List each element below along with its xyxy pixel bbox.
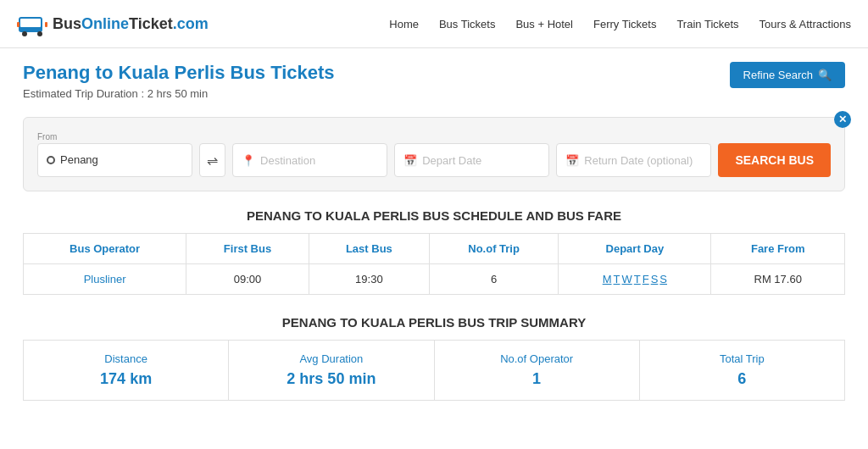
col-last-bus: Last Bus bbox=[309, 234, 429, 264]
col-first-bus: First Bus bbox=[186, 234, 309, 264]
nav-tours-attractions[interactable]: Tours & Attractions bbox=[760, 18, 851, 30]
nav-train-tickets[interactable]: Train Tickets bbox=[676, 18, 738, 30]
origin-icon bbox=[47, 156, 55, 164]
depart-date-input[interactable]: 📅 Depart Date bbox=[394, 143, 549, 177]
nav-home[interactable]: Home bbox=[389, 18, 419, 30]
logo-text: BusOnlineTicket.com bbox=[53, 15, 209, 33]
operator-link[interactable]: Plusliner bbox=[84, 273, 126, 285]
summary-section-title: PENANG TO KUALA PERLIS BUS TRIP SUMMARY bbox=[23, 315, 845, 330]
svg-rect-4 bbox=[17, 22, 19, 27]
from-field-group: From Penang bbox=[37, 132, 192, 177]
col-depart-day: Depart Day bbox=[559, 234, 711, 264]
summary-total-trip: Total Trip 6 bbox=[639, 341, 844, 401]
summary-table: Distance 174 km Avg Duration 2 hrs 50 mi… bbox=[23, 340, 845, 401]
from-input[interactable]: Penang bbox=[37, 143, 192, 177]
svg-point-2 bbox=[22, 31, 27, 36]
operator-value: 1 bbox=[445, 370, 629, 388]
distance-label: Distance bbox=[34, 352, 218, 365]
calendar-icon: 📅 bbox=[403, 154, 417, 167]
location-icon: 📍 bbox=[242, 154, 255, 167]
title-block: Penang to Kuala Perlis Bus Tickets Estim… bbox=[23, 62, 335, 114]
return-date-input[interactable]: 📅 Return Date (optional) bbox=[556, 143, 711, 177]
main-nav: Home Bus Tickets Bus + Hotel Ferry Ticke… bbox=[389, 18, 851, 30]
search-icon: 🔍 bbox=[818, 69, 832, 81]
refine-search-button[interactable]: Refine Search 🔍 bbox=[730, 62, 845, 88]
total-trip-label: Total Trip bbox=[650, 352, 834, 365]
destination-field-group: 📍 Destination bbox=[232, 131, 387, 177]
day-friday[interactable]: F bbox=[643, 273, 649, 285]
avg-duration-label: Avg Duration bbox=[239, 352, 423, 365]
col-fare-from: Fare From bbox=[711, 234, 845, 264]
swap-button[interactable]: ⇌ bbox=[199, 143, 225, 177]
logo-icon bbox=[17, 8, 47, 39]
summary-avg-duration: Avg Duration 2 hrs 50 min bbox=[229, 341, 434, 401]
search-box: ✕ From Penang ⇌ 📍 Destination bbox=[23, 117, 845, 191]
destination-placeholder: Destination bbox=[260, 154, 315, 167]
depart-days-container: M T W T F S S bbox=[569, 273, 700, 285]
schedule-thead: Bus Operator First Bus Last Bus No.of Tr… bbox=[24, 234, 845, 264]
from-label: From bbox=[37, 132, 192, 141]
page-title: Penang to Kuala Perlis Bus Tickets bbox=[23, 62, 335, 84]
return-placeholder: Return Date (optional) bbox=[584, 154, 693, 167]
swap-icon: ⇌ bbox=[207, 152, 218, 169]
svg-rect-1 bbox=[20, 19, 41, 27]
destination-input[interactable]: 📍 Destination bbox=[232, 143, 387, 177]
cell-last-bus: 19:30 bbox=[309, 264, 429, 295]
svg-point-3 bbox=[37, 31, 42, 36]
logo: BusOnlineTicket.com bbox=[17, 8, 209, 39]
trip-duration: Estimated Trip Duration : 2 hrs 50 min bbox=[23, 87, 335, 100]
summary-no-operator: No.of Operator 1 bbox=[434, 341, 639, 401]
cell-trips: 6 bbox=[429, 264, 558, 295]
title-row: Penang to Kuala Perlis Bus Tickets Estim… bbox=[23, 62, 845, 114]
schedule-table: Bus Operator First Bus Last Bus No.of Tr… bbox=[23, 233, 845, 295]
summary-row: Distance 174 km Avg Duration 2 hrs 50 mi… bbox=[24, 341, 845, 401]
header: BusOnlineTicket.com Home Bus Tickets Bus… bbox=[0, 0, 868, 48]
search-fields: From Penang ⇌ 📍 Destination � bbox=[37, 131, 831, 177]
cell-depart-days: M T W T F S S bbox=[559, 264, 711, 295]
close-button[interactable]: ✕ bbox=[834, 111, 851, 128]
search-bus-button[interactable]: SEARCH BUS bbox=[718, 143, 831, 177]
day-thursday[interactable]: T bbox=[634, 273, 641, 285]
nav-bus-tickets[interactable]: Bus Tickets bbox=[439, 18, 495, 30]
depart-date-field-group: 📅 Depart Date bbox=[394, 131, 549, 177]
table-row: Plusliner 09:00 19:30 6 M T W T F S S bbox=[24, 264, 845, 295]
cell-first-bus: 09:00 bbox=[186, 264, 309, 295]
depart-placeholder: Depart Date bbox=[422, 154, 481, 167]
from-value: Penang bbox=[60, 153, 98, 166]
schedule-header-row: Bus Operator First Bus Last Bus No.of Tr… bbox=[24, 234, 845, 264]
avg-duration-value: 2 hrs 50 min bbox=[239, 370, 423, 388]
operator-label: No.of Operator bbox=[445, 352, 629, 365]
nav-ferry-tickets[interactable]: Ferry Tickets bbox=[593, 18, 656, 30]
day-saturday[interactable]: S bbox=[651, 273, 659, 285]
schedule-section-title: PENANG TO KUALA PERLIS BUS SCHEDULE AND … bbox=[23, 208, 845, 223]
cell-operator: Plusliner bbox=[24, 264, 186, 295]
svg-rect-5 bbox=[45, 22, 47, 27]
summary-distance: Distance 174 km bbox=[24, 341, 229, 401]
day-tuesday[interactable]: T bbox=[614, 273, 620, 285]
day-monday[interactable]: M bbox=[603, 273, 612, 285]
day-wednesday[interactable]: W bbox=[621, 273, 632, 285]
return-date-field-group: 📅 Return Date (optional) bbox=[556, 131, 711, 177]
summary-tbody: Distance 174 km Avg Duration 2 hrs 50 mi… bbox=[24, 341, 845, 401]
col-bus-operator: Bus Operator bbox=[24, 234, 186, 264]
col-no-of-trip: No.of Trip bbox=[429, 234, 558, 264]
page-content: Penang to Kuala Perlis Bus Tickets Estim… bbox=[6, 48, 862, 414]
nav-bus-hotel[interactable]: Bus + Hotel bbox=[515, 18, 573, 30]
cell-fare: RM 17.60 bbox=[711, 264, 845, 295]
day-sunday[interactable]: S bbox=[659, 273, 667, 285]
schedule-tbody: Plusliner 09:00 19:30 6 M T W T F S S bbox=[24, 264, 845, 295]
total-trip-value: 6 bbox=[650, 370, 834, 388]
return-calendar-icon: 📅 bbox=[565, 154, 579, 167]
distance-value: 174 km bbox=[34, 370, 218, 388]
